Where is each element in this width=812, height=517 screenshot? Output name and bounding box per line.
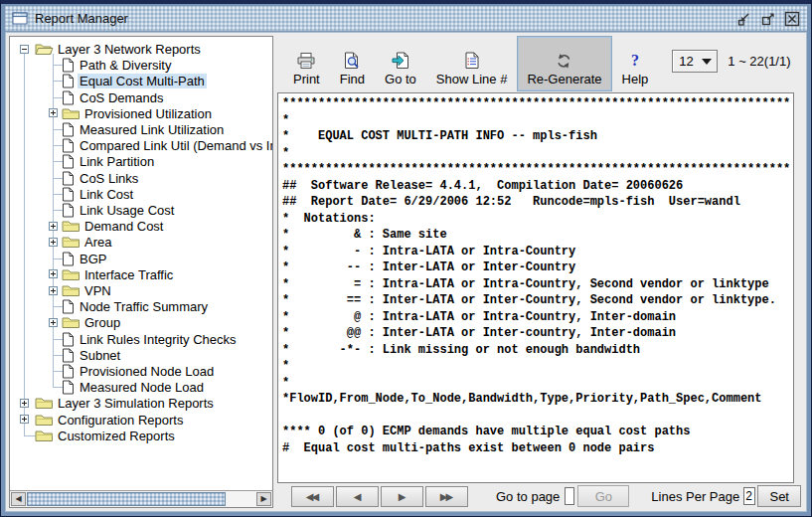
show-line-button[interactable]: Show Line # — [426, 36, 518, 91]
expand-icon[interactable] — [20, 399, 29, 408]
previous-page-icon: ◀ — [354, 491, 360, 502]
tree-item-subnet[interactable]: Subnet — [10, 347, 272, 363]
re-generate-button[interactable]: Re-Generate — [517, 36, 611, 91]
tree-item-label[interactable]: CoS Links — [78, 171, 140, 186]
tree-item-label[interactable]: Group — [82, 315, 122, 330]
document-icon — [62, 171, 75, 186]
tree-item-layer-3-network-reports[interactable]: Layer 3 Network Reports — [10, 41, 272, 57]
page-size-dropdown[interactable]: 12 — [672, 50, 718, 73]
tree-item-label[interactable]: Equal Cost Multi-Path — [78, 74, 207, 88]
tree-item-label[interactable]: Layer 3 Simulation Reports — [56, 396, 216, 411]
lines-per-page-input[interactable] — [743, 487, 755, 505]
tree-item-label[interactable]: Node Traffic Summary — [78, 299, 210, 314]
tree-item-node-traffic-summary[interactable]: Node Traffic Summary — [10, 298, 272, 314]
folder-open-icon — [35, 42, 54, 56]
tree-item-label[interactable]: Configuration Reports — [56, 413, 185, 428]
tree-item-label[interactable]: Link Cost — [78, 187, 135, 202]
folder-icon — [62, 267, 81, 281]
tree-horizontal-scrollbar[interactable]: ◀ ▶ — [10, 490, 272, 507]
document-icon — [62, 122, 75, 137]
tree-item-label[interactable]: Provisioned Node Load — [78, 364, 216, 379]
next-page-button[interactable]: ▶ — [381, 486, 423, 507]
tree-item-path-diversity[interactable]: Path & Diversity — [10, 57, 272, 73]
regenerate-icon — [556, 46, 572, 70]
tree-item-label[interactable]: Link Partition — [78, 154, 156, 169]
printer-icon — [296, 46, 316, 70]
scroll-right-icon[interactable]: ▶ — [256, 492, 271, 506]
report-tree[interactable]: Layer 3 Network ReportsPath & DiversityE… — [10, 37, 272, 491]
expand-icon[interactable] — [49, 269, 58, 278]
tree-item-provisioned-node-load[interactable]: Provisioned Node Load — [10, 363, 272, 379]
tree-item-label[interactable]: Compared Link Util (Demand vs Inte — [78, 138, 272, 153]
tree-item-group[interactable]: Group — [10, 314, 272, 330]
folder-icon — [62, 283, 81, 297]
toolbar-button-label: Go to — [385, 72, 416, 86]
expand-icon[interactable] — [49, 286, 58, 295]
tree-item-cos-links[interactable]: CoS Links — [10, 170, 272, 186]
tree-item-demand-cost[interactable]: Demand Cost — [10, 218, 272, 234]
tree-item-link-cost[interactable]: Link Cost — [10, 186, 272, 202]
tree-item-interface-traffic[interactable]: Interface Traffic — [10, 266, 272, 282]
tree-item-vpn[interactable]: VPN — [10, 282, 272, 298]
tree-item-label[interactable]: Link Usage Cost — [78, 203, 176, 218]
page-number-input[interactable] — [565, 487, 574, 505]
minimize-button[interactable] — [735, 10, 753, 28]
expand-icon[interactable] — [49, 222, 58, 231]
tree-item-equal-cost-multi-path[interactable]: Equal Cost Multi-Path — [10, 73, 272, 88]
tree-item-label[interactable]: Layer 3 Network Reports — [56, 42, 203, 57]
scroll-left-icon[interactable]: ◀ — [11, 492, 26, 506]
maximize-button[interactable] — [759, 10, 777, 28]
scrollbar-thumb[interactable] — [27, 492, 226, 506]
document-icon — [62, 252, 75, 266]
collapse-icon[interactable] — [20, 45, 29, 54]
tree-item-label[interactable]: BGP — [78, 252, 108, 266]
tree-item-label[interactable]: VPN — [82, 283, 113, 298]
help-button[interactable]: ?Help — [612, 36, 659, 91]
tree-item-label[interactable]: Measured Link Utilization — [78, 122, 226, 137]
tree-item-label[interactable]: Demand Cost — [82, 219, 165, 234]
window-content: Layer 3 Network ReportsPath & DiversityE… — [5, 32, 807, 512]
last-page-button[interactable]: ▶▶ — [425, 486, 468, 507]
report-text[interactable]: ****************************************… — [277, 92, 794, 483]
tree-item-label[interactable]: Measured Node Load — [78, 380, 206, 395]
print-button[interactable]: Print — [283, 36, 330, 91]
tree-item-compared-link-util-demand-vs-inte[interactable]: Compared Link Util (Demand vs Inte — [10, 137, 272, 153]
tree-item-cos-demands[interactable]: CoS Demands — [10, 89, 272, 105]
title-bar[interactable]: Report Manager — [5, 6, 807, 32]
go-button[interactable]: Go — [577, 485, 629, 507]
document-icon — [62, 203, 75, 218]
tree-item-link-rules-integrity-checks[interactable]: Link Rules Integrity Checks — [10, 331, 272, 347]
tree-item-label[interactable]: Customized Reports — [56, 429, 177, 443]
close-button[interactable] — [783, 10, 801, 28]
tree-item-label[interactable]: Provisioned Utilization — [82, 106, 214, 121]
tree-item-label[interactable]: Link Rules Integrity Checks — [78, 332, 239, 347]
set-button[interactable]: Set — [757, 485, 801, 507]
tree-item-link-usage-cost[interactable]: Link Usage Cost — [10, 202, 272, 218]
first-page-icon: ◀◀ — [306, 491, 317, 502]
tree-item-layer-3-simulation-reports[interactable]: Layer 3 Simulation Reports — [10, 395, 272, 411]
first-page-button[interactable]: ◀◀ — [291, 486, 334, 507]
tree-item-area[interactable]: Area — [10, 234, 272, 250]
tree-item-label[interactable]: CoS Demands — [78, 90, 166, 105]
lines-per-page-label: Lines Per Page — [651, 489, 739, 504]
find-button[interactable]: Find — [330, 36, 375, 91]
toolbar-button-label: Show Line # — [436, 72, 508, 86]
expand-icon[interactable] — [49, 318, 58, 327]
expand-icon[interactable] — [49, 238, 58, 247]
tree-item-provisioned-utilization[interactable]: Provisioned Utilization — [10, 105, 272, 121]
go-to-button[interactable]: Go to — [375, 36, 426, 91]
tree-item-measured-node-load[interactable]: Measured Node Load — [10, 379, 272, 395]
tree-item-label[interactable]: Subnet — [78, 348, 122, 363]
previous-page-button[interactable]: ◀ — [336, 486, 379, 507]
expand-icon[interactable] — [20, 415, 29, 424]
tree-item-label[interactable]: Path & Diversity — [78, 58, 173, 73]
tree-item-bgp[interactable]: BGP — [10, 251, 272, 266]
tree-item-link-partition[interactable]: Link Partition — [10, 153, 272, 169]
tree-item-label[interactable]: Interface Traffic — [82, 267, 175, 282]
tree-item-measured-link-utilization[interactable]: Measured Link Utilization — [10, 121, 272, 137]
report-manager-window: Report Manager Layer 3 Network R — [0, 0, 812, 517]
expand-icon[interactable] — [49, 108, 58, 117]
tree-item-configuration-reports[interactable]: Configuration Reports — [10, 412, 272, 428]
tree-item-label[interactable]: Area — [82, 235, 113, 250]
tree-item-customized-reports[interactable]: Customized Reports — [10, 428, 272, 443]
